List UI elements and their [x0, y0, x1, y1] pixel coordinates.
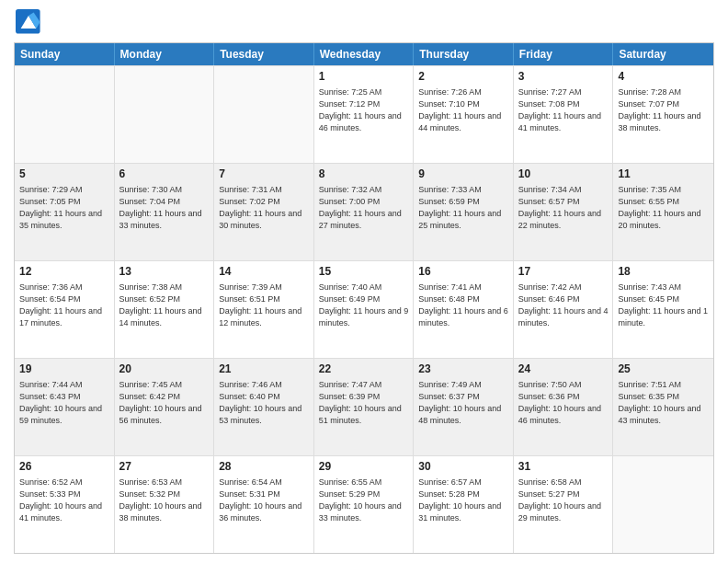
day-number: 8	[319, 167, 409, 182]
cell-info: Sunrise: 7:47 AM Sunset: 6:39 PM Dayligh…	[319, 379, 409, 427]
cell-info: Sunrise: 7:45 AM Sunset: 6:42 PM Dayligh…	[119, 379, 210, 427]
cal-cell: 16Sunrise: 7:41 AM Sunset: 6:48 PM Dayli…	[414, 261, 514, 358]
week-row-1: 1Sunrise: 7:25 AM Sunset: 7:12 PM Daylig…	[15, 65, 713, 163]
cell-info: Sunrise: 7:49 AM Sunset: 6:37 PM Dayligh…	[418, 379, 508, 427]
cal-cell: 15Sunrise: 7:40 AM Sunset: 6:49 PM Dayli…	[314, 261, 415, 358]
cal-cell: 23Sunrise: 7:49 AM Sunset: 6:37 PM Dayli…	[414, 359, 514, 455]
cal-cell: 12Sunrise: 7:36 AM Sunset: 6:54 PM Dayli…	[15, 261, 115, 358]
cell-info: Sunrise: 7:40 AM Sunset: 6:49 PM Dayligh…	[319, 282, 409, 329]
day-number: 24	[518, 362, 609, 377]
day-number: 12	[19, 264, 109, 280]
cell-info: Sunrise: 7:30 AM Sunset: 7:04 PM Dayligh…	[119, 184, 210, 232]
cell-info: Sunrise: 7:31 AM Sunset: 7:02 PM Dayligh…	[219, 184, 309, 232]
day-number: 7	[219, 167, 309, 182]
header	[14, 9, 714, 35]
day-number: 22	[319, 362, 409, 377]
header-day-saturday: Saturday	[613, 43, 713, 65]
cal-cell: 10Sunrise: 7:34 AM Sunset: 6:57 PM Dayli…	[514, 164, 614, 260]
cal-cell: 27Sunrise: 6:53 AM Sunset: 5:32 PM Dayli…	[115, 456, 215, 553]
cell-info: Sunrise: 7:28 AM Sunset: 7:07 PM Dayligh…	[618, 86, 709, 134]
day-number: 3	[518, 69, 609, 85]
cal-cell: 14Sunrise: 7:39 AM Sunset: 6:51 PM Dayli…	[214, 261, 314, 358]
cal-cell: 21Sunrise: 7:46 AM Sunset: 6:40 PM Dayli…	[214, 359, 314, 455]
cell-info: Sunrise: 6:52 AM Sunset: 5:33 PM Dayligh…	[19, 477, 109, 524]
day-number: 5	[19, 167, 109, 182]
cal-cell: 1Sunrise: 7:25 AM Sunset: 7:12 PM Daylig…	[314, 66, 415, 163]
cal-cell: 22Sunrise: 7:47 AM Sunset: 6:39 PM Dayli…	[314, 359, 415, 455]
cell-info: Sunrise: 7:39 AM Sunset: 6:51 PM Dayligh…	[219, 282, 309, 329]
cell-info: Sunrise: 7:38 AM Sunset: 6:52 PM Dayligh…	[119, 282, 210, 329]
day-number: 23	[418, 362, 508, 377]
cal-cell: 9Sunrise: 7:33 AM Sunset: 6:59 PM Daylig…	[414, 164, 514, 260]
cal-cell: 29Sunrise: 6:55 AM Sunset: 5:29 PM Dayli…	[314, 456, 415, 553]
cal-cell	[15, 66, 115, 163]
logo-icon	[16, 9, 41, 35]
day-number: 31	[518, 459, 609, 475]
cal-cell: 24Sunrise: 7:50 AM Sunset: 6:36 PM Dayli…	[514, 359, 614, 455]
week-row-4: 19Sunrise: 7:44 AM Sunset: 6:43 PM Dayli…	[15, 358, 713, 455]
calendar: SundayMondayTuesdayWednesdayThursdayFrid…	[14, 42, 714, 554]
cell-info: Sunrise: 7:44 AM Sunset: 6:43 PM Dayligh…	[19, 379, 109, 427]
cell-info: Sunrise: 7:33 AM Sunset: 6:59 PM Dayligh…	[418, 184, 508, 232]
day-number: 11	[618, 167, 709, 182]
cell-info: Sunrise: 7:51 AM Sunset: 6:35 PM Dayligh…	[618, 379, 709, 427]
cal-cell: 20Sunrise: 7:45 AM Sunset: 6:42 PM Dayli…	[115, 359, 215, 455]
day-number: 17	[518, 264, 609, 280]
cal-cell	[613, 456, 713, 553]
day-number: 1	[319, 69, 409, 85]
cal-cell	[214, 66, 314, 163]
cell-info: Sunrise: 7:29 AM Sunset: 7:05 PM Dayligh…	[19, 184, 109, 232]
cell-info: Sunrise: 6:57 AM Sunset: 5:28 PM Dayligh…	[418, 477, 508, 524]
header-day-tuesday: Tuesday	[214, 43, 314, 65]
day-number: 21	[219, 362, 309, 377]
day-number: 18	[618, 264, 709, 280]
day-number: 13	[119, 264, 210, 280]
calendar-header: SundayMondayTuesdayWednesdayThursdayFrid…	[15, 43, 713, 65]
day-number: 10	[518, 167, 609, 182]
cal-cell: 8Sunrise: 7:32 AM Sunset: 7:00 PM Daylig…	[314, 164, 415, 260]
week-row-2: 5Sunrise: 7:29 AM Sunset: 7:05 PM Daylig…	[15, 163, 713, 260]
calendar-body: 1Sunrise: 7:25 AM Sunset: 7:12 PM Daylig…	[15, 65, 713, 553]
day-number: 9	[418, 167, 508, 182]
day-number: 29	[319, 459, 409, 475]
cal-cell: 28Sunrise: 6:54 AM Sunset: 5:31 PM Dayli…	[214, 456, 314, 553]
cal-cell: 3Sunrise: 7:27 AM Sunset: 7:08 PM Daylig…	[514, 66, 614, 163]
cell-info: Sunrise: 7:43 AM Sunset: 6:45 PM Dayligh…	[618, 282, 709, 329]
cell-info: Sunrise: 7:26 AM Sunset: 7:10 PM Dayligh…	[418, 86, 508, 134]
cal-cell	[115, 66, 215, 163]
cell-info: Sunrise: 7:32 AM Sunset: 7:00 PM Dayligh…	[319, 184, 409, 232]
day-number: 27	[119, 459, 210, 475]
cell-info: Sunrise: 7:35 AM Sunset: 6:55 PM Dayligh…	[618, 184, 709, 232]
cal-cell: 31Sunrise: 6:58 AM Sunset: 5:27 PM Dayli…	[514, 456, 614, 553]
day-number: 4	[618, 69, 709, 85]
cell-info: Sunrise: 7:41 AM Sunset: 6:48 PM Dayligh…	[418, 282, 508, 329]
day-number: 19	[19, 362, 109, 377]
day-number: 30	[418, 459, 508, 475]
logo	[14, 9, 45, 35]
day-number: 6	[119, 167, 210, 182]
cal-cell: 7Sunrise: 7:31 AM Sunset: 7:02 PM Daylig…	[214, 164, 314, 260]
cal-cell: 13Sunrise: 7:38 AM Sunset: 6:52 PM Dayli…	[115, 261, 215, 358]
week-row-5: 26Sunrise: 6:52 AM Sunset: 5:33 PM Dayli…	[15, 455, 713, 553]
day-number: 14	[219, 264, 309, 280]
day-number: 16	[418, 264, 508, 280]
cell-info: Sunrise: 7:50 AM Sunset: 6:36 PM Dayligh…	[518, 379, 609, 427]
header-day-monday: Monday	[115, 43, 215, 65]
cal-cell: 11Sunrise: 7:35 AM Sunset: 6:55 PM Dayli…	[613, 164, 713, 260]
page: SundayMondayTuesdayWednesdayThursdayFrid…	[0, 0, 728, 563]
day-number: 2	[418, 69, 508, 85]
day-number: 26	[19, 459, 109, 475]
cal-cell: 2Sunrise: 7:26 AM Sunset: 7:10 PM Daylig…	[414, 66, 514, 163]
cal-cell: 26Sunrise: 6:52 AM Sunset: 5:33 PM Dayli…	[15, 456, 115, 553]
header-day-sunday: Sunday	[15, 43, 115, 65]
cal-cell: 6Sunrise: 7:30 AM Sunset: 7:04 PM Daylig…	[115, 164, 215, 260]
cell-info: Sunrise: 7:36 AM Sunset: 6:54 PM Dayligh…	[19, 282, 109, 329]
cal-cell: 17Sunrise: 7:42 AM Sunset: 6:46 PM Dayli…	[514, 261, 614, 358]
header-day-friday: Friday	[514, 43, 614, 65]
cal-cell: 25Sunrise: 7:51 AM Sunset: 6:35 PM Dayli…	[613, 359, 713, 455]
cell-info: Sunrise: 6:58 AM Sunset: 5:27 PM Dayligh…	[518, 477, 609, 524]
day-number: 15	[319, 264, 409, 280]
cal-cell: 4Sunrise: 7:28 AM Sunset: 7:07 PM Daylig…	[613, 66, 713, 163]
day-number: 20	[119, 362, 210, 377]
week-row-3: 12Sunrise: 7:36 AM Sunset: 6:54 PM Dayli…	[15, 260, 713, 358]
